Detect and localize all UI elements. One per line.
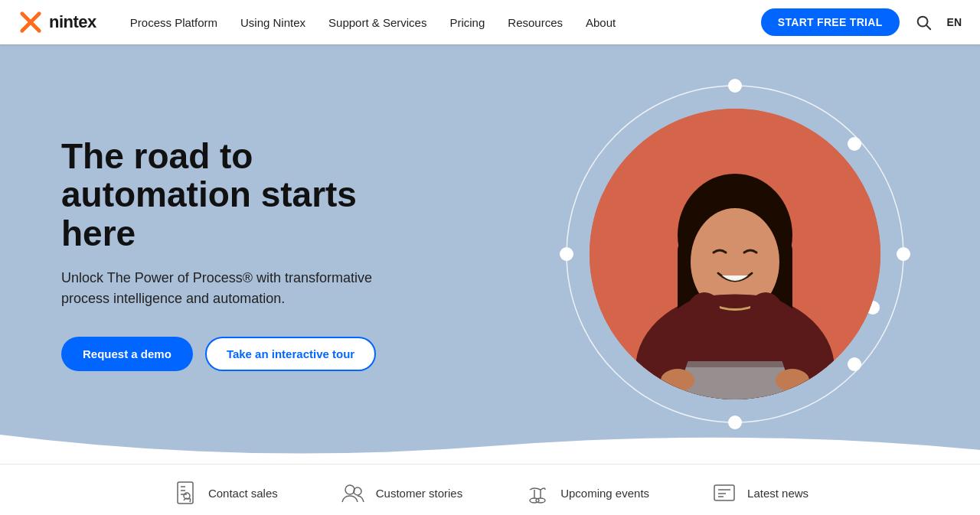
nav-links: Process Platform Using Nintex Support & … (121, 11, 761, 34)
latest-news-icon (710, 479, 738, 507)
hero-buttons: Request a demo Take an interactive tour (61, 337, 429, 371)
nav-using-nintex[interactable]: Using Nintex (231, 11, 315, 34)
svg-rect-35 (714, 485, 734, 500)
trial-button[interactable]: START FREE TRIAL (761, 8, 900, 36)
main-nav: nintex Process Platform Using Nintex Sup… (0, 0, 980, 44)
hero-subtitle: Unlock The Power of Process® with transf… (61, 268, 383, 309)
svg-point-33 (536, 498, 545, 503)
hero-title: The road to automation starts here (61, 137, 429, 253)
demo-button[interactable]: Request a demo (61, 337, 193, 371)
search-button[interactable] (912, 11, 935, 34)
upcoming-events-label: Upcoming events (560, 487, 649, 500)
nav-support-services[interactable]: Support & Services (319, 11, 436, 34)
svg-point-7 (560, 247, 573, 261)
svg-point-9 (848, 357, 861, 371)
nav-resources[interactable]: Resources (498, 11, 572, 34)
nav-process-platform[interactable]: Process Platform (121, 11, 227, 34)
contact-sales-icon (172, 479, 199, 507)
svg-point-30 (354, 487, 361, 495)
contact-sales-label: Contact sales (208, 487, 278, 500)
svg-point-5 (897, 247, 910, 261)
logo-text: nintex (49, 12, 96, 32)
footer-customer-stories[interactable]: Customer stories (339, 479, 462, 507)
nav-about[interactable]: About (577, 11, 625, 34)
customer-stories-icon (339, 479, 367, 507)
customer-stories-label: Customer stories (376, 487, 462, 500)
svg-point-6 (728, 416, 742, 429)
nav-actions: START FREE TRIAL EN (761, 8, 962, 36)
upcoming-events-icon (524, 479, 551, 507)
svg-point-22 (661, 369, 694, 392)
hero-section: The road to automation starts here Unloc… (0, 44, 980, 464)
svg-line-2 (926, 25, 930, 29)
lang-selector[interactable]: EN (947, 16, 962, 28)
footer-strip: Contact sales Customer stories Upcoming … (0, 464, 980, 515)
logo[interactable]: nintex (18, 10, 96, 34)
hero-image-area (536, 78, 934, 430)
svg-point-4 (728, 79, 742, 93)
nav-pricing[interactable]: Pricing (440, 11, 494, 34)
footer-contact-sales[interactable]: Contact sales (172, 479, 278, 507)
tour-button[interactable]: Take an interactive tour (205, 337, 376, 371)
hero-person-image (590, 109, 880, 399)
latest-news-label: Latest news (747, 487, 808, 500)
svg-point-29 (345, 485, 354, 494)
footer-upcoming-events[interactable]: Upcoming events (524, 479, 649, 507)
svg-point-8 (848, 137, 861, 151)
hero-content: The road to automation starts here Unloc… (0, 137, 429, 372)
footer-latest-news[interactable]: Latest news (710, 479, 808, 507)
svg-point-23 (776, 369, 809, 392)
